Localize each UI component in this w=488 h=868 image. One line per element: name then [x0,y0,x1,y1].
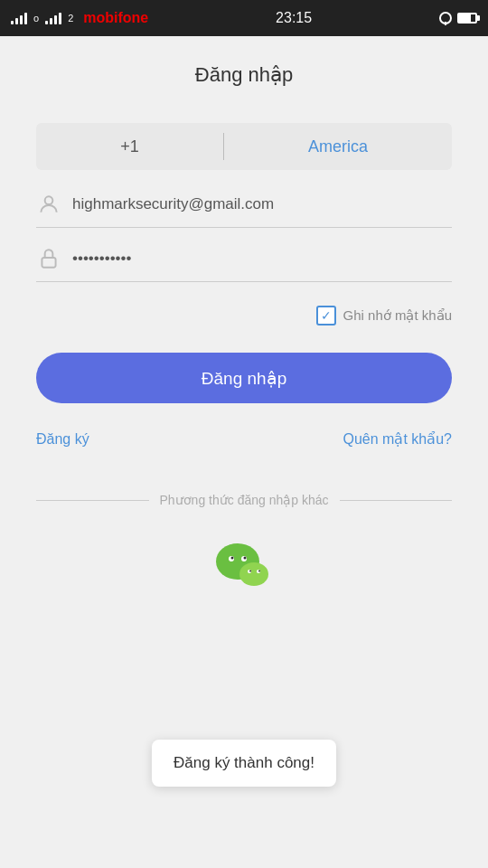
svg-point-6 [244,557,247,560]
wechat-icon[interactable] [212,534,276,598]
signal-strength: o [33,13,39,24]
social-area [212,534,276,598]
login-button[interactable]: Đăng nhập [36,353,452,403]
email-row [36,181,452,228]
network-type: 2 [68,13,73,24]
divider-line-left [36,500,149,501]
svg-point-11 [258,571,260,572]
remember-row: ✓ Ghi nhớ mật khẩu [36,306,452,326]
email-input[interactable] [72,195,452,213]
alarm-icon [439,12,452,24]
status-bar-right [439,12,477,24]
country-code[interactable]: +1 [36,137,223,156]
signal-icon [11,12,27,24]
remember-label: Ghi nhớ mật khẩu [343,307,452,324]
battery-icon [457,13,477,24]
password-row [36,235,452,282]
signup-link[interactable]: Đăng ký [36,430,89,448]
page-title: Đăng nhập [195,63,293,87]
password-input[interactable] [72,250,452,268]
lock-icon [36,247,61,270]
svg-point-7 [239,562,268,586]
remember-checkbox[interactable]: ✓ [316,306,336,326]
alternate-login-label: Phương thức đăng nhập khác [149,493,340,507]
svg-point-0 [45,196,53,204]
toast-message: Đăng ký thành công! [152,740,336,787]
country-selector[interactable]: +1 America [36,123,452,170]
forgot-password-link[interactable]: Quên mật khẩu? [343,430,453,448]
svg-point-5 [231,557,234,560]
divider-line-right [340,500,453,501]
country-name[interactable]: America [224,137,452,156]
clock: 23:15 [276,10,312,26]
main-content: Đăng nhập +1 America ✓ Ghi nhớ mật k [0,36,488,634]
carrier-name: mobifone [83,10,148,26]
signal-icon-2 [45,12,61,24]
svg-point-10 [249,571,251,572]
status-bar: o 2 mobifone 23:15 [0,0,488,36]
status-bar-left: o 2 mobifone [11,10,148,26]
links-row: Đăng ký Quên mật khẩu? [36,430,452,448]
user-icon [36,193,61,216]
svg-rect-1 [42,257,55,267]
divider-row: Phương thức đăng nhập khác [36,493,452,507]
